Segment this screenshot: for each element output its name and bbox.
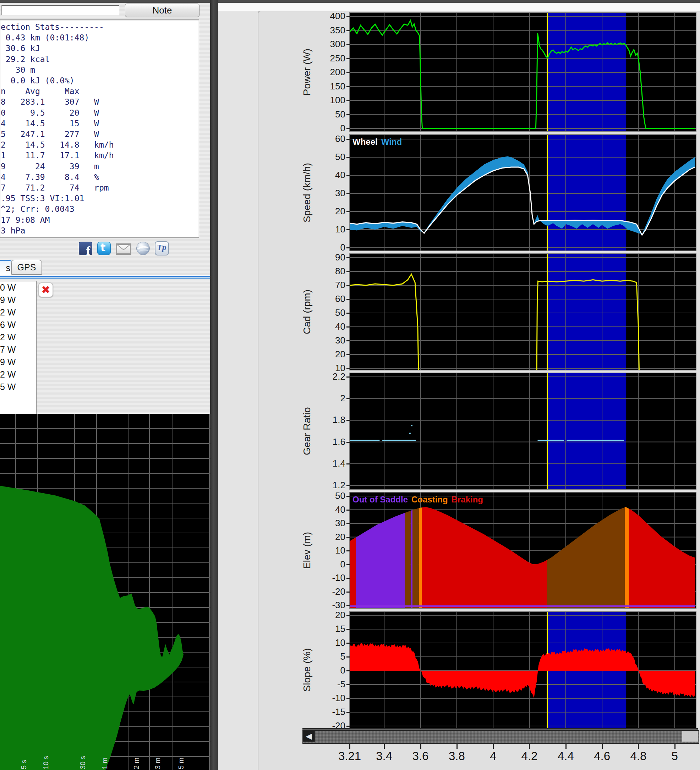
y-tick-mark: [347, 377, 350, 377]
y-tick-mark: [347, 100, 350, 101]
section-stats-box: ection Stats--------- 0.43 km (0:01:48) …: [0, 19, 199, 238]
note-input[interactable]: [2, 5, 119, 15]
x-tick-mark: [384, 744, 385, 749]
elevation-fill-coasting: [419, 508, 422, 608]
y-tick-mark: [347, 550, 350, 552]
legend-coasting: Coasting: [412, 495, 448, 504]
y-tick-mark: [347, 615, 350, 616]
x-tick-mark: [638, 744, 639, 749]
y-tick-mark: [347, 726, 350, 727]
elevation-fill-selection_brown: [547, 508, 625, 608]
x-tick-label: 4.4: [550, 749, 582, 763]
speed-chart-plot[interactable]: [350, 135, 696, 251]
y-tick-mark: [347, 312, 350, 314]
right-panel-header-strip: [218, 3, 700, 11]
list-item[interactable]: 2 W: [0, 368, 36, 381]
y-tick-mark: [347, 128, 350, 129]
y-tick-mark: [347, 578, 350, 579]
x-tick-label: 5: [659, 749, 691, 763]
cad-chart-plot[interactable]: [350, 254, 696, 370]
list-item[interactable]: 7 W: [0, 343, 36, 356]
x-tick-label: 3.8: [441, 749, 473, 763]
y-tick-mark: [347, 712, 350, 713]
duration-axis-label: 5 s: [20, 760, 28, 769]
x-tick-label: 3.21: [334, 749, 366, 763]
scrollbar-thumb[interactable]: [682, 731, 698, 742]
y-tick-mark: [347, 496, 350, 497]
y-tick-mark: [347, 299, 350, 300]
x-tick-mark: [674, 744, 676, 749]
out-of-saddle-baseline: [350, 605, 695, 607]
gear-chart-plot[interactable]: [350, 373, 696, 489]
list-item[interactable]: 2 W: [0, 331, 36, 343]
mail-icon[interactable]: [116, 243, 131, 255]
list-item[interactable]: 9 W: [0, 294, 36, 306]
elev-axis-title: Elev (m): [301, 493, 313, 607]
elevation-fill-braking_dark: [413, 508, 419, 608]
y-tick-mark: [347, 257, 350, 258]
slope-chart-plot[interactable]: [350, 612, 696, 728]
trainingpeaks-icon[interactable]: Tp: [155, 241, 169, 256]
x-tick-mark: [349, 744, 350, 749]
y-tick-mark: [347, 139, 350, 140]
tab-stats-partial[interactable]: s: [0, 260, 12, 275]
y-tick-mark: [347, 285, 350, 286]
y-tick-mark: [347, 30, 350, 31]
list-item[interactable]: 9 W: [0, 356, 36, 368]
y-tick-mark: [347, 175, 350, 176]
x-tick-mark: [420, 744, 421, 749]
power-duration-chart[interactable]: 5 s10 s30 s1 m2 m3 m5 m: [0, 414, 210, 770]
y-tick-mark: [347, 537, 350, 538]
duration-axis-label: 3 m: [154, 757, 162, 769]
y-tick-mark: [347, 642, 350, 644]
y-tick-mark: [347, 420, 350, 421]
list-item[interactable]: 6 W: [0, 319, 36, 331]
power-chart-plot[interactable]: [350, 13, 696, 131]
list-item[interactable]: 0 W: [0, 281, 36, 294]
duration-axis-label: 1 m: [101, 757, 109, 769]
list-item[interactable]: 2 W: [0, 306, 36, 319]
y-tick-mark: [347, 485, 350, 486]
y-tick-mark: [347, 442, 350, 443]
elevation-fill-coasting: [625, 507, 629, 608]
scrollbar-top-border: [303, 728, 698, 730]
legend-out-of-saddle: Out of Saddle: [353, 495, 408, 504]
list-item[interactable]: 5 W: [0, 381, 36, 393]
selection-band: [547, 373, 626, 489]
duration-axis-label: 30 s: [79, 756, 87, 769]
y-tick-mark: [347, 354, 350, 355]
y-tick-mark: [347, 229, 350, 230]
y-tick-mark: [347, 72, 350, 73]
elevation-fill-out_of_saddle: [411, 510, 413, 608]
y-tick-mark: [347, 157, 350, 158]
delete-button[interactable]: ✖: [38, 283, 53, 298]
x-tick-label: 4: [477, 749, 509, 763]
twitter-icon[interactable]: t: [97, 242, 111, 255]
horizontal-scrollbar[interactable]: ◀: [303, 730, 699, 744]
elevation-fill-braking_dark: [405, 511, 411, 608]
mean-max-power-area: [0, 486, 183, 770]
tab-gps[interactable]: GPS: [11, 260, 42, 275]
panel-splitter[interactable]: [210, 0, 218, 770]
power-chart-svg: [350, 13, 696, 131]
scroll-left-button[interactable]: ◀: [303, 731, 315, 742]
speed-axis-title: Speed (km/h): [301, 136, 313, 249]
note-button[interactable]: Note: [125, 3, 199, 17]
y-tick-mark: [347, 58, 350, 59]
x-tick-label: 3.4: [368, 749, 400, 763]
gear-axis-title: Gear Ratio: [301, 374, 313, 488]
power-duration-svg: [0, 414, 210, 770]
panel-divider: [0, 275, 210, 280]
elev-chart-plot[interactable]: [350, 492, 696, 608]
y-tick-mark: [347, 629, 350, 630]
facebook-icon[interactable]: f: [79, 242, 92, 255]
google-earth-icon[interactable]: [136, 242, 150, 255]
x-tick-mark: [566, 744, 567, 749]
y-tick-mark: [347, 463, 350, 464]
x-tick-mark: [602, 744, 603, 749]
y-tick-mark: [347, 211, 350, 212]
y-tick-mark: [347, 523, 350, 524]
watts-listbox[interactable]: 0 W9 W2 W6 W2 W7 W9 W2 W5 W: [0, 281, 37, 415]
y-tick-mark: [347, 684, 350, 685]
selection-band: [547, 135, 626, 251]
